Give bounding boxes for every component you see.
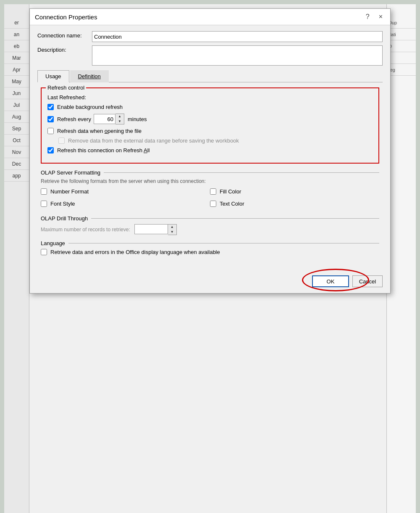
right-label: dati <box>387 29 416 40</box>
olap-drill-through-header: OLAP Drill Through <box>41 215 379 222</box>
row-label: app <box>4 170 29 182</box>
max-records-spinner: ▲ ▼ <box>134 224 177 235</box>
text-color-row: Text Color <box>210 201 379 207</box>
description-label: Description: <box>37 45 92 53</box>
row-label: May <box>4 76 29 87</box>
refresh-control-content: Last Refreshed: Enable background refres… <box>47 94 373 153</box>
row-label: Aug <box>4 111 29 123</box>
drill-spinner-down[interactable]: ▼ <box>168 230 176 235</box>
fill-color-label: Fill Color <box>220 188 241 195</box>
ok-button[interactable]: OK <box>312 275 349 287</box>
row-label: Oct <box>4 135 29 146</box>
cancel-button[interactable]: Cancel <box>352 275 383 287</box>
refresh-on-all-checkbox[interactable] <box>47 147 54 153</box>
language-section: Language Retrieve data and errors in the… <box>41 240 379 255</box>
spinner-down-button[interactable]: ▼ <box>116 119 124 124</box>
number-format-checkbox[interactable] <box>41 188 47 195</box>
titlebar-controls: ? × <box>363 12 385 21</box>
row-label: er <box>4 17 29 29</box>
language-section-divider <box>68 243 379 243</box>
minutes-label: minutes <box>128 116 147 122</box>
text-color-checkbox[interactable] <box>210 201 216 207</box>
row-label: Jul <box>4 99 29 111</box>
help-button[interactable]: ? <box>363 12 372 21</box>
refresh-on-open-row: Refresh data when opening the file <box>47 128 373 134</box>
description-row: Description: <box>37 45 383 66</box>
drill-spinner-up[interactable]: ▲ <box>168 225 176 230</box>
refresh-on-open-checkbox[interactable] <box>47 128 54 134</box>
font-style-checkbox[interactable] <box>41 201 47 207</box>
tab-bar: Usage Definition <box>37 70 383 82</box>
refresh-every-row: Refresh every ▲ ▼ minutes <box>47 114 373 124</box>
max-records-input[interactable] <box>134 224 168 234</box>
refresh-every-spinner-buttons: ▲ ▼ <box>116 114 124 124</box>
number-format-label: Number Format <box>50 188 89 195</box>
refresh-on-open-label: Refresh data when opening the file <box>57 128 142 134</box>
connection-name-input[interactable] <box>92 31 383 42</box>
language-retrieve-checkbox[interactable] <box>41 249 47 255</box>
dialog-title: Connection Properties <box>35 13 97 21</box>
language-header: Language <box>41 240 379 246</box>
right-label <box>387 52 416 64</box>
close-button[interactable]: × <box>376 12 385 21</box>
row-label: Apr <box>4 64 29 76</box>
right-label: D <box>387 40 416 52</box>
drill-spinner-buttons: ▲ ▼ <box>168 224 177 235</box>
olap-server-formatting-desc: Retrieve the following formats from the … <box>41 178 379 184</box>
row-label: Sep <box>4 123 29 135</box>
row-label: Dec <box>4 158 29 170</box>
drill-section-divider <box>91 218 379 219</box>
text-color-label: Text Color <box>220 201 244 207</box>
max-records-label: Maximum number of records to retrieve: <box>41 227 130 233</box>
tab-usage[interactable]: Usage <box>37 70 69 82</box>
tab-content-usage: Refresh control Last Refreshed: Enable b… <box>37 82 383 265</box>
language-retrieve-label: Retrieve data and errors in the Office d… <box>50 249 220 255</box>
enable-background-row: Enable background refresh <box>47 104 373 110</box>
refresh-control-group: Refresh control Last Refreshed: Enable b… <box>41 87 379 164</box>
row-label: Mar <box>4 52 29 64</box>
spreadsheet-right-panel: Dup dati D reg <box>386 4 416 513</box>
description-input[interactable] <box>92 45 383 66</box>
right-label: Dup <box>387 17 416 29</box>
row-label: Jun <box>4 87 29 99</box>
refresh-every-label: Refresh every <box>57 116 91 122</box>
tab-usage-label: Usage <box>45 73 61 79</box>
olap-format-checkboxes: Number Format Fill Color Font Style <box>41 188 379 210</box>
language-title: Language <box>41 240 65 246</box>
tab-definition-label: Definition <box>78 73 101 79</box>
remove-data-checkbox[interactable] <box>58 138 65 144</box>
row-label: Nov <box>4 146 29 158</box>
dialog-body: Connection name: Description: Usage Defi… <box>30 25 390 271</box>
remove-data-row: Remove data from the external data range… <box>58 138 373 144</box>
olap-section-divider <box>104 172 379 173</box>
spinner-up-button[interactable]: ▲ <box>116 114 124 119</box>
font-style-label: Font Style <box>50 201 75 207</box>
refresh-on-all-row: Refresh this connection on Refresh All <box>47 147 373 153</box>
refresh-every-input[interactable] <box>94 114 116 124</box>
remove-data-label: Remove data from the external data range… <box>68 138 239 144</box>
fill-color-checkbox[interactable] <box>210 188 216 195</box>
tab-definition[interactable]: Definition <box>70 70 109 82</box>
right-label: reg <box>387 64 416 76</box>
enable-background-checkbox[interactable] <box>47 104 54 110</box>
enable-background-label: Enable background refresh <box>57 104 123 110</box>
spreadsheet-row-labels: er an eb Mar Apr May Jun Jul Aug Sep Oct… <box>4 4 29 513</box>
font-style-row: Font Style <box>41 201 210 207</box>
refresh-every-spinner: ▲ ▼ <box>94 114 124 124</box>
olap-server-formatting-section: OLAP Server Formatting Retrieve the foll… <box>41 169 379 210</box>
number-format-row: Number Format <box>41 188 210 195</box>
refresh-every-checkbox[interactable] <box>47 116 54 122</box>
dialog-titlebar: Connection Properties ? × <box>30 9 390 25</box>
max-records-row: Maximum number of records to retrieve: ▲… <box>41 224 379 235</box>
refresh-on-all-label: Refresh this connection on Refresh All <box>57 147 150 153</box>
connection-name-row: Connection name: <box>37 31 383 42</box>
refresh-control-title: Refresh control <box>46 85 86 91</box>
olap-server-formatting-header: OLAP Server Formatting <box>41 169 379 176</box>
language-retrieve-row: Retrieve data and errors in the Office d… <box>41 249 379 255</box>
connection-name-label: Connection name: <box>37 31 92 39</box>
olap-drill-through-title: OLAP Drill Through <box>41 215 88 222</box>
dialog-footer: OK Cancel <box>30 271 390 293</box>
fill-color-row: Fill Color <box>210 188 379 195</box>
olap-drill-through-section: OLAP Drill Through Maximum number of rec… <box>41 215 379 235</box>
last-refreshed-label: Last Refreshed: <box>47 94 373 100</box>
